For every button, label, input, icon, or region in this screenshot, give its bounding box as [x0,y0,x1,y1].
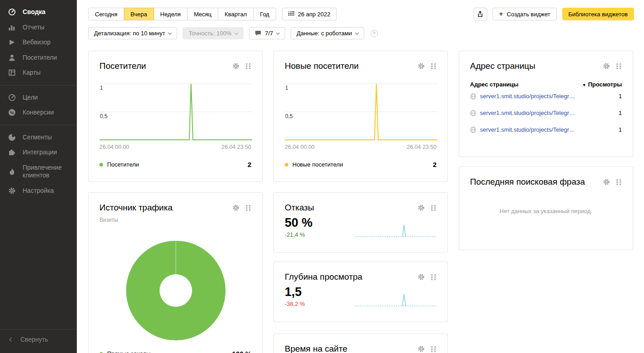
target-icon [8,94,16,101]
widget-settings-gear-icon[interactable] [232,62,240,70]
export-icon [477,10,484,18]
widget-drag-handle-icon[interactable] [246,63,251,69]
data-mode-label: Данные: с роботами [296,30,352,37]
widget-settings-gear-icon[interactable] [417,345,425,353]
chevron-left-icon [9,337,14,342]
sidebar-item-label: Сегменты [23,134,52,142]
widget-settings-gear-icon[interactable] [602,62,611,70]
tab-month[interactable]: Месяц [187,8,218,20]
sidebar-item-label: Конверсии [23,109,54,117]
widget-grid: Посетители 1 0,5 26 [88,51,644,353]
sidebar-item-reports[interactable]: Отчеты [0,20,77,35]
widget-page-urls: Адрес страницы Адрес страницы ▼Просмотры [459,51,633,157]
widget-drag-handle-icon[interactable] [431,274,437,280]
tab-week[interactable]: Неделя [154,8,188,20]
widget-last-search-phrase: Последняя поисковая фраза Нет данных за … [459,167,633,250]
page-url-link[interactable]: server1.smit.studio/projects/Telegr… [470,93,575,100]
table-row: server1.smit.studio/projects/Telegr… 1 [470,121,622,138]
sidebar-item-maps[interactable]: Карты [0,65,77,81]
calendar-icon [288,11,294,17]
data-mode-dropdown[interactable]: Данные: с роботами [291,27,364,39]
help-icon[interactable]: ? [371,30,378,37]
accuracy-dropdown[interactable]: Точность: 100% [183,27,244,39]
widget-library-label: Библиотека виджетов [569,11,628,18]
sidebar-item-label: Сводка [23,8,46,16]
widget-new-visitors: Новые посетители 1 0,5 [273,51,448,182]
widget-traffic-source: Источник трафика Визиты [88,192,263,353]
sidebar-collapse-button[interactable]: Свернуть [0,330,77,348]
play-icon [8,38,16,46]
sidebar-item-segments[interactable]: Сегменты [0,130,77,145]
views-count: 1 [619,110,622,116]
sidebar-item-label: Привлечение клиентов [23,164,68,180]
chevron-down-icon [235,31,238,34]
collapse-label: Свернуть [20,336,48,343]
grid-column-2: Новые посетители 1 0,5 [273,51,448,353]
grid-column-3: Адрес страницы Адрес страницы ▼Просмотры [459,51,633,250]
detail-dropdown[interactable]: Детализация: по 10 минут [88,27,177,39]
widget-settings-gear-icon[interactable] [232,204,240,212]
sidebar-item-client-acquisition[interactable]: Привлечение клиентов [0,160,77,183]
widget-drag-handle-icon[interactable] [431,205,437,211]
widget-drag-handle-icon[interactable] [616,179,622,185]
x-axis-end-label: 26.04 23:50 [407,144,437,150]
chevron-down-icon [355,31,358,34]
create-widget-button[interactable]: + Создать виджет [493,8,557,20]
widget-drag-handle-icon[interactable] [246,205,251,211]
widget-settings-gear-icon[interactable] [417,62,425,70]
create-widget-label: Создать виджет [507,11,550,18]
widget-drag-handle-icon[interactable] [431,346,437,352]
page-url-link[interactable]: server1.smit.studio/projects/Telegr… [470,126,575,133]
widget-title: Посетители [99,61,232,71]
export-button[interactable] [474,8,487,20]
y-axis-tick: 1 [285,85,288,91]
tab-quarter[interactable]: Квартал [218,8,254,20]
widget-settings-gear-icon[interactable] [417,204,425,212]
gauge-icon [8,8,16,16]
tab-today[interactable]: Сегодня [88,8,124,20]
date-picker-button[interactable]: 26 апр 2022 [282,8,337,20]
grid-column-1: Посетители 1 0,5 26 [88,51,263,353]
widget-drag-handle-icon[interactable] [616,63,622,69]
widget-view-depth: Глубина просмотра 1,5 -38,2 % [273,262,448,322]
widget-settings-gear-icon[interactable] [602,178,611,186]
visitors-line-chart: 1 0,5 [99,81,251,141]
main-content: Сегодня Вчера Неделя Месяц Квартал Год 2… [77,0,644,353]
widget-settings-gear-icon[interactable] [417,273,425,281]
bar-chart-icon [8,24,16,31]
sidebar-item-webvisor[interactable]: Вебвизор [0,35,77,50]
legend-dot [99,163,103,167]
legend-label[interactable]: Прямые заходы [107,350,150,353]
comments-dropdown[interactable]: 7/7 [249,27,285,39]
tab-year[interactable]: Год [253,8,276,20]
sidebar-item-label: Посетители [23,54,57,62]
table-row: server1.smit.studio/projects/Telegr… 1 [470,88,622,105]
kpi-delta: -38,2 % [285,301,305,307]
sidebar-item-goals[interactable]: Цели [0,90,77,105]
sidebar-item-summary[interactable]: Сводка [0,5,77,20]
sidebar-divider [0,125,77,125]
svg-text:%: % [10,110,14,115]
page-url-link[interactable]: server1.smit.studio/projects/Telegr… [470,110,575,116]
legend-label[interactable]: Посетители [107,161,139,168]
widget-library-button[interactable]: Библиотека виджетов [562,8,635,20]
sidebar-item-conversions[interactable]: % Конверсии [0,105,77,120]
tab-yesterday[interactable]: Вчера [124,8,154,20]
sidebar-item-integrations[interactable]: Интеграции [0,145,77,160]
legend-value: 100 % [232,350,251,353]
sidebar-item-settings[interactable]: Настройка [0,183,77,199]
legend-value: 2 [433,161,437,168]
sidebar-item-visitors[interactable]: Посетители [0,50,77,66]
widget-title: Время на сайте [285,344,417,353]
puzzle-icon [8,148,16,156]
widget-title: Источник трафика [99,203,232,213]
widget-drag-handle-icon[interactable] [431,63,437,69]
legend-label[interactable]: Новые посетители [292,161,343,168]
flame-icon [8,168,16,176]
chevron-down-icon [276,31,280,34]
plus-icon: + [499,10,503,18]
column-header-url[interactable]: Адрес страницы [470,81,518,88]
new-visitors-line-chart: 1 0,5 [285,81,437,141]
column-header-views[interactable]: ▼Просмотры [582,81,622,88]
globe-icon [470,110,476,116]
